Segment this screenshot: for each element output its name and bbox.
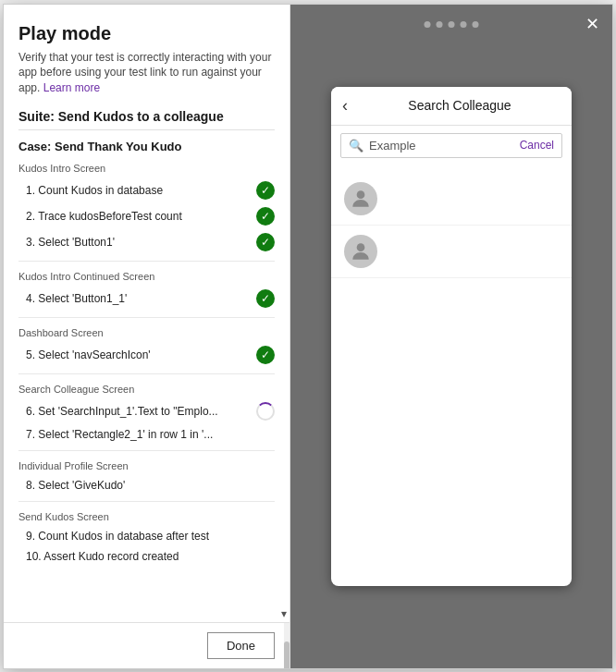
section-search-colleague: Search Colleague Screen 6. Set 'SearchIn… — [18, 384, 275, 445]
check-icon-3: ✓ — [256, 233, 275, 251]
check-icon-2: ✓ — [256, 207, 275, 226]
svg-point-0 — [357, 190, 365, 199]
step-6-text: 6. Set 'SearchInput_1'.Text to "Emplo... — [26, 405, 256, 418]
left-panel-content: Play mode Verify that your test is corre… — [4, 5, 290, 622]
step-3-text: 3. Select 'Button1' — [26, 236, 256, 249]
cancel-link[interactable]: Cancel — [520, 139, 554, 152]
divider-1 — [18, 261, 275, 262]
scrollbar-thumb — [284, 641, 290, 668]
step-3: 3. Select 'Button1' ✓ — [18, 229, 275, 255]
screen-section-label: Kudos Intro Screen — [18, 163, 275, 174]
step-4-text: 4. Select 'Button1_1' — [26, 292, 256, 305]
right-panel: ✕ ‹ Search Colleague 🔍 Example Cancel — [290, 5, 612, 668]
back-arrow-icon[interactable]: ‹ — [342, 96, 348, 116]
section-send-kudos: Send Kudos Screen 9. Count Kudos in data… — [18, 511, 275, 567]
check-icon-1: ✓ — [256, 181, 275, 200]
step-2: 2. Trace kudosBeforeTest count ✓ — [18, 203, 275, 229]
person-icon-2 — [349, 239, 373, 263]
play-mode-title: Play mode — [18, 23, 275, 44]
case-label: Case: Send Thank You Kudo — [18, 140, 275, 153]
step-4: 4. Select 'Button1_1' ✓ — [18, 286, 275, 312]
check-icon-4: ✓ — [256, 289, 275, 308]
screen-section-label-5: Individual Profile Screen — [18, 460, 275, 471]
scrollbar — [284, 623, 290, 668]
screen-section-label-3: Dashboard Screen — [18, 327, 275, 338]
done-button[interactable]: Done — [207, 632, 275, 659]
play-mode-description: Verify that your test is correctly inter… — [18, 50, 275, 96]
scroll-down-arrow: ▾ — [281, 607, 287, 620]
dot-4 — [461, 21, 467, 28]
step-9-text: 9. Count Kudos in database after test — [26, 530, 275, 543]
modal: Play mode Verify that your test is corre… — [3, 4, 613, 669]
step-1: 1. Count Kudos in database ✓ — [18, 177, 275, 203]
section-individual-profile: Individual Profile Screen 8. Select 'Giv… — [18, 460, 275, 495]
section-dashboard: Dashboard Screen 5. Select 'navSearchIco… — [18, 327, 275, 368]
step-5: 5. Select 'navSearchIcon' ✓ — [18, 342, 275, 368]
step-2-text: 2. Trace kudosBeforeTest count — [26, 210, 256, 223]
dot-5 — [473, 21, 479, 28]
close-button[interactable]: ✕ — [585, 14, 599, 34]
section-kudos-intro-continued: Kudos Intro Continued Screen 4. Select '… — [18, 271, 275, 312]
left-panel: Play mode Verify that your test is corre… — [4, 5, 290, 668]
done-bar: Done — [4, 622, 290, 668]
avatar-list — [331, 165, 572, 286]
dots-row — [425, 21, 479, 28]
dot-3 — [449, 21, 455, 28]
divider-3 — [18, 373, 275, 374]
step-1-text: 1. Count Kudos in database — [26, 184, 256, 197]
person-icon-1 — [349, 187, 373, 211]
svg-point-1 — [357, 243, 365, 251]
step-7-text: 7. Select 'Rectangle2_1' in row 1 in '..… — [26, 428, 275, 441]
phone-header: ‹ Search Colleague — [331, 87, 572, 126]
phone-frame: ‹ Search Colleague 🔍 Example Cancel — [331, 87, 572, 586]
screen-section-label-4: Search Colleague Screen — [18, 384, 275, 395]
divider-4 — [18, 450, 275, 451]
search-bar[interactable]: 🔍 Example Cancel — [340, 133, 562, 158]
step-10: 10. Assert Kudo record created — [18, 546, 275, 567]
divider-5 — [18, 501, 275, 502]
step-8: 8. Select 'GiveKudo' — [18, 475, 275, 495]
list-item-1[interactable] — [331, 173, 572, 226]
step-6: 6. Set 'SearchInput_1'.Text to "Emplo... — [18, 398, 275, 424]
screen-section-label-2: Kudos Intro Continued Screen — [18, 271, 275, 282]
phone-screen-title: Search Colleague — [359, 98, 561, 113]
list-item-2[interactable] — [331, 226, 572, 278]
divider-2 — [18, 317, 275, 318]
step-9: 9. Count Kudos in database after test — [18, 526, 275, 546]
check-icon-5: ✓ — [256, 346, 275, 364]
step-8-text: 8. Select 'GiveKudo' — [26, 479, 275, 492]
screen-section-label-6: Send Kudos Screen — [18, 511, 275, 522]
search-icon: 🔍 — [349, 139, 363, 153]
step-5-text: 5. Select 'navSearchIcon' — [26, 348, 256, 361]
avatar-1 — [344, 182, 377, 215]
learn-more-link[interactable]: Learn more — [43, 81, 100, 94]
search-input-value: Example — [369, 139, 520, 153]
step-7: 7. Select 'Rectangle2_1' in row 1 in '..… — [18, 424, 275, 445]
section-kudos-intro: Kudos Intro Screen 1. Count Kudos in dat… — [18, 163, 275, 255]
dot-1 — [425, 21, 431, 28]
avatar-2 — [344, 235, 377, 268]
step-10-text: 10. Assert Kudo record created — [26, 550, 275, 563]
spinner-icon-6 — [256, 402, 275, 421]
suite-label: Suite: Send Kudos to a colleague — [18, 109, 275, 130]
dot-2 — [437, 21, 443, 28]
